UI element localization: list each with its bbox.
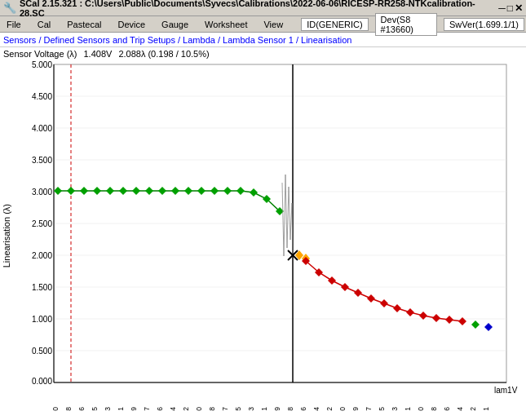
svg-text:2.190: 2.190 xyxy=(417,407,425,411)
svg-text:1.017: 1.017 xyxy=(221,407,229,411)
svg-text:4.000: 4.000 xyxy=(32,124,52,133)
svg-text:1.095: 1.095 xyxy=(234,407,242,411)
svg-text:0.938: 0.938 xyxy=(208,407,216,411)
svg-text:2.346: 2.346 xyxy=(443,407,451,411)
svg-text:0.782: 0.782 xyxy=(182,407,190,411)
svg-text:0.000: 0.000 xyxy=(32,377,52,386)
svg-text:1.251: 1.251 xyxy=(260,407,268,411)
svg-text:1.877: 1.877 xyxy=(365,407,373,411)
svg-text:2.000: 2.000 xyxy=(32,251,52,260)
svg-text:0.235: 0.235 xyxy=(91,407,99,411)
swver-badge: SwVer(1.699.1/1) xyxy=(444,18,524,31)
chart-container: Linearisation (λ) 5.000 4.500 xyxy=(0,60,526,411)
svg-text:0.391: 0.391 xyxy=(117,407,125,411)
svg-text:1.500: 1.500 xyxy=(32,283,52,292)
y-axis-label: Linearisation (λ) xyxy=(0,204,13,267)
chart-svg[interactable]: 5.000 4.500 4.000 3.500 3.000 2.500 2.00… xyxy=(13,60,519,411)
minimize-button[interactable]: ─ xyxy=(498,2,506,14)
status-value2: 2.088λ (0.198 / 10.5%) xyxy=(118,49,209,59)
breadcrumb: Sensors / Defined Sensors and Trip Setup… xyxy=(0,33,526,47)
svg-text:3.000: 3.000 xyxy=(32,188,52,197)
svg-text:0.547: 0.547 xyxy=(143,407,151,411)
svg-text:2.500: 2.500 xyxy=(32,219,52,228)
svg-text:0.500: 0.500 xyxy=(32,347,52,356)
svg-text:0.626: 0.626 xyxy=(156,407,164,411)
svg-text:1.564: 1.564 xyxy=(312,407,320,411)
breadcrumb-text: Sensors / Defined Sensors and Trip Setup… xyxy=(3,35,351,45)
menu-worksheet[interactable]: Worksheet xyxy=(200,18,252,31)
svg-text:2.033: 2.033 xyxy=(391,407,399,411)
svg-text:1.000: 1.000 xyxy=(32,315,52,324)
svg-text:4.500: 4.500 xyxy=(32,92,52,101)
svg-text:0.156: 0.156 xyxy=(77,407,86,411)
svg-text:1.173: 1.173 xyxy=(247,407,255,411)
svg-text:0.078: 0.078 xyxy=(64,407,73,411)
menu-gauge[interactable]: Gauge xyxy=(157,18,193,31)
svg-text:1.720: 1.720 xyxy=(338,407,347,411)
svg-text:2.581: 2.581 xyxy=(482,407,490,411)
status-value1: 1.408V xyxy=(84,49,113,59)
svg-text:5.000: 5.000 xyxy=(32,60,52,69)
svg-text:1.799: 1.799 xyxy=(351,407,360,411)
x-axis-label: lam1V xyxy=(494,386,518,395)
title-bar: 🔧 SCal 2.15.321 : C:\Users\Public\Docume… xyxy=(0,0,526,16)
svg-text:2.424: 2.424 xyxy=(456,407,464,411)
svg-text:0.704: 0.704 xyxy=(169,407,177,411)
svg-text:1.642: 1.642 xyxy=(325,407,334,411)
svg-text:0.000: 0.000 xyxy=(51,407,60,411)
menu-cal[interactable]: Cal xyxy=(33,18,56,31)
id-badge: ID(GENERIC) xyxy=(301,18,368,31)
svg-text:2.268: 2.268 xyxy=(430,407,438,411)
svg-text:0.469: 0.469 xyxy=(130,407,138,411)
svg-text:2.111: 2.111 xyxy=(404,407,412,411)
svg-text:0.860: 0.860 xyxy=(195,407,203,411)
menu-device[interactable]: Device xyxy=(113,18,150,31)
menu-view[interactable]: View xyxy=(259,18,288,31)
status-line: Sensor Voltage (λ) 1.408V 2.088λ (0.198 … xyxy=(0,47,526,60)
svg-text:3.500: 3.500 xyxy=(32,156,52,165)
maximize-button[interactable]: □ xyxy=(507,2,513,14)
svg-text:0.313: 0.313 xyxy=(104,407,112,411)
sensor-voltage-label: Sensor Voltage (λ) xyxy=(3,49,77,59)
menu-pastecal[interactable]: Pastecal xyxy=(62,18,106,31)
dev-badge: Dev(S8 #13660) xyxy=(375,13,437,36)
close-button[interactable]: ✕ xyxy=(515,2,523,14)
svg-text:1.408: 1.408 xyxy=(286,407,294,411)
svg-text:1.955: 1.955 xyxy=(378,407,386,411)
svg-text:1.329: 1.329 xyxy=(273,407,281,411)
menu-file[interactable]: File xyxy=(2,18,26,31)
svg-text:2.502: 2.502 xyxy=(469,407,477,411)
menu-bar: File Cal Pastecal Device Gauge Worksheet… xyxy=(0,16,526,33)
svg-text:1.486: 1.486 xyxy=(299,407,307,411)
